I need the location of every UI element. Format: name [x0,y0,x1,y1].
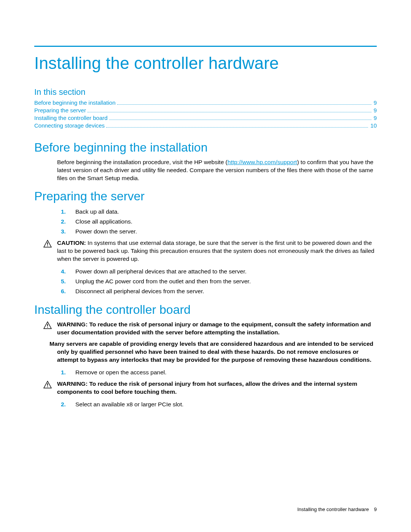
warning-icon [43,321,52,329]
warning-text: WARNING: To reduce the risk of personal … [57,321,377,337]
svg-rect-7 [47,383,48,386]
toc-label[interactable]: Before beginning the installation [34,99,116,106]
step-item: 1.Remove or open the access panel. [34,368,377,377]
caution-text: CAUTION: In systems that use external da… [57,239,377,263]
step-text: Select an available x8 or larger PCIe sl… [75,401,183,407]
caution-notice: CAUTION: In systems that use external da… [34,239,377,263]
steps-list-install-a: 1.Remove or open the access panel. [34,368,377,377]
svg-rect-1 [47,242,48,244]
hp-support-link[interactable]: http://www.hp.com/support [228,159,297,165]
toc-row[interactable]: Preparing the server 9 [34,107,377,114]
section-heading-installing: Installing the controller board [34,303,377,317]
warning-notice-2: WARNING: To reduce the risk of personal … [34,380,377,396]
step-text: Back up all data. [75,208,119,215]
svg-rect-2 [47,245,48,246]
step-number: 4. [61,267,66,276]
in-this-section-heading: In this section [34,87,377,97]
body-text: Before beginning the installation proced… [57,159,228,165]
toc-label[interactable]: Preparing the server [34,107,86,113]
section-heading-before: Before beginning the installation [34,141,377,155]
caution-icon [43,240,52,248]
before-body: Before beginning the installation proced… [57,158,377,182]
step-number: 2. [61,217,66,226]
step-number: 1. [61,207,66,216]
step-item: 1.Back up all data. [34,207,377,216]
toc-label[interactable]: Connecting storage devices [34,122,105,129]
warning-notice-1: WARNING: To reduce the risk of personal … [34,321,377,337]
page-footer: Installing the controller hardware 9 [297,506,377,512]
toc-leader-dots [106,127,368,128]
step-item: 3.Power down the server. [34,227,377,236]
steps-list-install-b: 2.Select an available x8 or larger PCIe … [34,400,377,409]
caution-label: CAUTION: [57,240,86,246]
caution-body: In systems that use external data storag… [57,240,374,262]
toc-page[interactable]: 9 [373,107,377,113]
svg-rect-4 [47,324,48,326]
step-text: Power down the server. [75,228,137,235]
step-number: 6. [61,287,66,296]
warning-body: To reduce the risk of personal injury or… [57,321,371,335]
toc-page[interactable]: 9 [373,99,377,106]
step-text: Unplug the AC power cord from the outlet… [75,278,251,284]
svg-rect-5 [47,327,48,328]
toc-label[interactable]: Installing the controller board [34,115,108,121]
warning-text: WARNING: To reduce the risk of personal … [57,380,377,396]
warning-icon [43,381,52,388]
warning-body: To reduce the risk of personal injury fr… [57,380,357,395]
step-number: 1. [61,368,66,377]
step-item: 4.Power down all peripheral devices that… [34,267,377,276]
footer-page-number: 9 [374,506,377,512]
page-title: Installing the controller hardware [34,54,377,73]
section-heading-preparing: Preparing the server [34,189,377,203]
toc-row[interactable]: Connecting storage devices 10 [34,122,377,129]
step-text: Disconnect all peripheral devices from t… [75,288,204,294]
toc-row[interactable]: Installing the controller board 9 [34,115,377,121]
step-text: Power down all peripheral devices that a… [75,268,247,275]
steps-list-a: 1.Back up all data. 2.Close all applicat… [34,207,377,236]
toc-leader-dots [117,104,371,105]
warning-label: WARNING: [57,321,88,328]
steps-list-b: 4.Power down all peripheral devices that… [34,267,377,296]
footer-title: Installing the controller hardware [297,506,369,512]
top-rule [34,46,377,47]
toc-leader-dots [109,120,371,120]
toc-page[interactable]: 10 [370,122,377,129]
step-number: 5. [61,277,66,286]
step-number: 2. [61,400,66,409]
step-text: Close all applications. [75,218,132,225]
warning-label: WARNING: [57,380,88,387]
toc-row[interactable]: Before beginning the installation 9 [34,99,377,106]
toc-leader-dots [88,112,371,112]
step-number: 3. [61,227,66,236]
toc-page[interactable]: 9 [373,115,377,121]
hazard-paragraph: Many servers are capable of providing en… [57,340,377,364]
svg-rect-8 [47,387,48,387]
step-item: 2.Select an available x8 or larger PCIe … [34,400,377,409]
toc: Before beginning the installation 9 Prep… [34,99,377,129]
step-item: 2.Close all applications. [34,217,377,226]
step-item: 6.Disconnect all peripheral devices from… [34,287,377,296]
step-item: 5.Unplug the AC power cord from the outl… [34,277,377,286]
step-text: Remove or open the access panel. [75,369,167,375]
